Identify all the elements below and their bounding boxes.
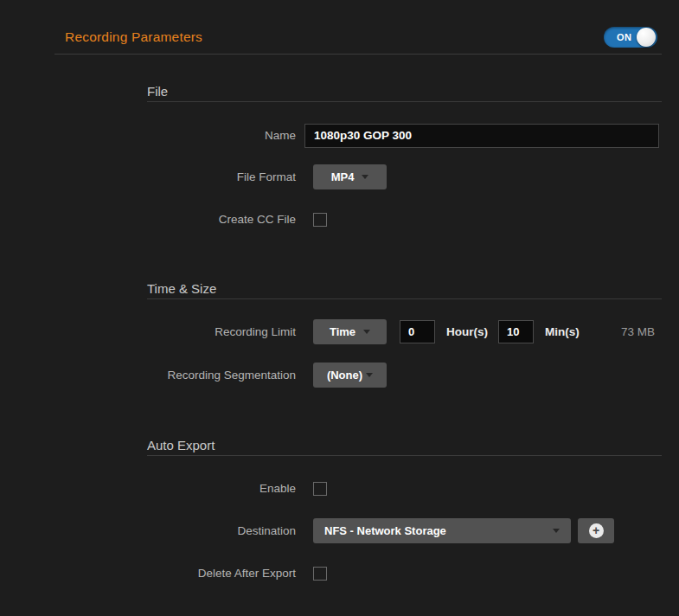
recording-segmentation-dropdown[interactable]: (None) <box>313 363 387 388</box>
name-input[interactable] <box>304 124 659 148</box>
file-section-divider <box>147 101 662 102</box>
destination-value: NFS - Network Storage <box>324 524 446 537</box>
size-estimate: 73 MB <box>621 325 655 338</box>
file-format-row: File Format MP4 <box>54 164 662 189</box>
create-cc-checkbox[interactable] <box>313 213 327 227</box>
enable-checkbox[interactable] <box>313 482 327 496</box>
recording-segmentation-value: (None) <box>327 369 362 382</box>
name-label: Name <box>54 129 296 142</box>
destination-dropdown[interactable]: NFS - Network Storage <box>313 518 571 543</box>
enable-label: Enable <box>54 482 296 495</box>
page-title: Recording Parameters <box>65 29 202 45</box>
toggle-knob[interactable] <box>637 28 656 47</box>
chevron-down-icon <box>366 373 373 377</box>
file-format-dropdown[interactable]: MP4 <box>313 164 387 189</box>
recording-segmentation-label: Recording Segmentation <box>54 369 296 382</box>
delete-after-export-checkbox[interactable] <box>313 567 327 581</box>
destination-label: Destination <box>54 524 296 537</box>
add-destination-button[interactable]: + <box>578 518 614 543</box>
recording-limit-label: Recording Limit <box>54 325 296 338</box>
recording-segmentation-row: Recording Segmentation (None) <box>54 363 662 388</box>
recording-limit-row: Recording Limit Time Hour(s) Min(s) 73 M… <box>54 319 662 344</box>
delete-after-export-row: Delete After Export <box>54 566 662 581</box>
plus-circle-icon: + <box>589 523 604 538</box>
section-title-file: File <box>147 84 168 99</box>
enable-row: Enable <box>54 481 662 496</box>
time-size-section-divider <box>147 298 662 299</box>
minutes-input[interactable] <box>498 320 534 343</box>
section-title-time-size: Time & Size <box>147 281 216 296</box>
hours-unit-label: Hour(s) <box>446 325 488 338</box>
hours-input[interactable] <box>400 320 435 343</box>
section-title-auto-export: Auto Export <box>147 438 215 452</box>
recording-limit-dropdown[interactable]: Time <box>313 319 387 344</box>
delete-after-export-label: Delete After Export <box>54 567 296 580</box>
file-format-label: File Format <box>54 170 296 183</box>
header-divider <box>54 54 662 55</box>
recording-limit-value: Time <box>330 325 356 338</box>
chevron-down-icon <box>362 175 368 179</box>
toggle-on-label: ON <box>617 32 632 42</box>
recording-parameters-toggle[interactable]: ON <box>604 27 657 48</box>
chevron-down-icon <box>363 330 370 334</box>
destination-row: Destination NFS - Network Storage + <box>54 518 662 543</box>
create-cc-row: Create CC File <box>54 212 662 227</box>
file-format-value: MP4 <box>331 170 355 183</box>
create-cc-label: Create CC File <box>54 213 296 226</box>
name-row: Name <box>54 123 662 148</box>
auto-export-section-divider <box>147 455 662 456</box>
minutes-unit-label: Min(s) <box>545 325 580 338</box>
chevron-down-icon <box>553 529 560 533</box>
